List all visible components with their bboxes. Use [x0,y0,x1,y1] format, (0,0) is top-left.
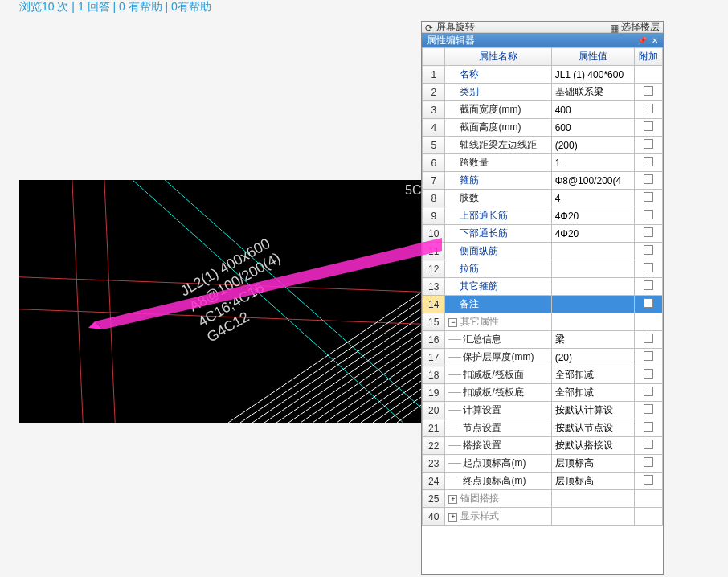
property-add-cell[interactable] [635,119,663,137]
property-name-cell[interactable]: 侧面纵筋 [445,243,551,260]
property-name-cell[interactable]: 节点设置 [445,419,551,437]
property-value-cell[interactable]: 层顶标高 [551,455,635,473]
checkbox[interactable] [644,139,653,149]
property-name-cell[interactable]: 汇总信息 [445,331,551,349]
property-add-cell[interactable] [635,278,663,296]
property-row[interactable]: 12拉筋 [423,260,663,278]
property-row[interactable]: 7箍筋Φ8@100/200(4 [423,172,663,190]
property-add-cell[interactable] [635,313,663,331]
property-row[interactable]: 11侧面纵筋 [423,243,663,260]
property-add-cell[interactable] [635,402,663,419]
property-value-cell[interactable]: 基础联系梁 [551,84,635,101]
expand-icon[interactable]: + [448,495,457,504]
property-name-cell[interactable]: 扣减板/筏板底 [445,384,551,402]
property-add-cell[interactable] [635,508,663,526]
property-row[interactable]: 23起点顶标高(m)层顶标高 [423,455,663,473]
property-value-cell[interactable]: 4Φ20 [551,207,635,225]
property-name-cell[interactable]: 轴线距梁左边线距 [445,137,551,154]
property-row[interactable]: 16汇总信息梁 [423,331,663,349]
property-value-cell[interactable] [551,313,635,331]
property-value-cell[interactable]: Φ8@100/200(4 [551,172,635,190]
property-value-cell[interactable] [551,508,635,526]
property-add-cell[interactable] [635,296,663,313]
property-add-cell[interactable] [635,473,663,490]
property-value-cell[interactable]: 1 [551,154,635,172]
property-name-cell[interactable]: 其它箍筋 [445,278,551,296]
property-row[interactable]: 18扣减板/筏板面全部扣减 [423,366,663,384]
property-value-cell[interactable]: 层顶标高 [551,473,635,490]
property-row[interactable]: 22搭接设置按默认搭接设 [423,437,663,455]
expand-icon[interactable]: + [448,513,457,522]
checkbox[interactable] [644,298,653,308]
property-row[interactable]: 5轴线距梁左边线距(200) [423,137,663,154]
property-name-cell[interactable]: 肢数 [445,190,551,207]
checkbox[interactable] [644,227,653,237]
property-value-cell[interactable]: 4Φ20 [551,225,635,243]
checkbox[interactable] [644,422,653,432]
property-value-cell[interactable] [551,243,635,260]
checkbox[interactable] [644,280,653,290]
property-add-cell[interactable] [635,331,663,349]
checkbox[interactable] [644,174,653,184]
property-add-cell[interactable] [635,243,663,260]
property-name-cell[interactable]: 类别 [445,84,551,101]
property-add-cell[interactable] [635,66,663,84]
checkbox[interactable] [644,351,653,361]
property-value-cell[interactable]: 全部扣减 [551,366,635,384]
property-add-cell[interactable] [635,84,663,101]
property-name-cell[interactable]: 备注 [445,296,551,313]
property-add-cell[interactable] [635,349,663,366]
property-row[interactable]: 19扣减板/筏板底全部扣减 [423,384,663,402]
property-add-cell[interactable] [635,490,663,508]
property-name-cell[interactable]: 保护层厚度(mm) [445,349,551,366]
checkbox[interactable] [644,245,653,255]
property-value-cell[interactable]: 按默认搭接设 [551,437,635,455]
property-row[interactable]: 9上部通长筋4Φ20 [423,207,663,225]
property-row[interactable]: 17保护层厚度(mm)(20) [423,349,663,366]
property-name-cell[interactable]: 箍筋 [445,172,551,190]
property-row[interactable]: 20计算设置按默认计算设 [423,402,663,419]
property-row[interactable]: 3截面宽度(mm)400 [423,101,663,119]
checkbox[interactable] [644,475,653,485]
checkbox[interactable] [644,387,653,396]
property-value-cell[interactable]: 全部扣减 [551,384,635,402]
property-add-cell[interactable] [635,137,663,154]
property-row[interactable]: 1名称JL1 (1) 400*600 [423,66,663,84]
property-row[interactable]: 24终点顶标高(m)层顶标高 [423,473,663,490]
property-add-cell[interactable] [635,419,663,437]
property-row[interactable]: 4截面高度(mm)600 [423,119,663,137]
property-add-cell[interactable] [635,455,663,473]
property-row[interactable]: 21节点设置按默认节点设 [423,419,663,437]
property-name-cell[interactable]: 跨数量 [445,154,551,172]
property-add-cell[interactable] [635,101,663,119]
toolbar-select-floor[interactable]: ▦ 选择楼层 [610,20,660,34]
property-row[interactable]: 10下部通长筋4Φ20 [423,225,663,243]
property-value-cell[interactable] [551,490,635,508]
property-value-cell[interactable]: 400 [551,101,635,119]
property-name-cell[interactable]: 拉筋 [445,260,551,278]
property-add-cell[interactable] [635,384,663,402]
checkbox[interactable] [644,86,653,96]
property-value-cell[interactable]: (200) [551,137,635,154]
checkbox[interactable] [644,192,653,202]
property-value-cell[interactable]: 600 [551,119,635,137]
property-name-cell[interactable]: 下部通长筋 [445,225,551,243]
checkbox[interactable] [644,404,653,414]
property-row[interactable]: 6跨数量1 [423,154,663,172]
property-add-cell[interactable] [635,260,663,278]
property-row[interactable]: 25+锚固搭接 [423,490,663,508]
property-name-cell[interactable]: −其它属性 [445,313,551,331]
property-name-cell[interactable]: +锚固搭接 [445,490,551,508]
property-name-cell[interactable]: 名称 [445,66,551,84]
property-name-cell[interactable]: 计算设置 [445,402,551,419]
pin-icon[interactable]: 📌 [637,36,647,45]
property-value-cell[interactable] [551,278,635,296]
property-row[interactable]: 40+显示样式 [423,508,663,526]
property-row[interactable]: 15−其它属性 [423,313,663,331]
property-add-cell[interactable] [635,190,663,207]
checkbox[interactable] [644,263,653,272]
property-add-cell[interactable] [635,437,663,455]
property-row[interactable]: 2类别基础联系梁 [423,84,663,101]
property-add-cell[interactable] [635,366,663,384]
checkbox[interactable] [644,334,653,343]
